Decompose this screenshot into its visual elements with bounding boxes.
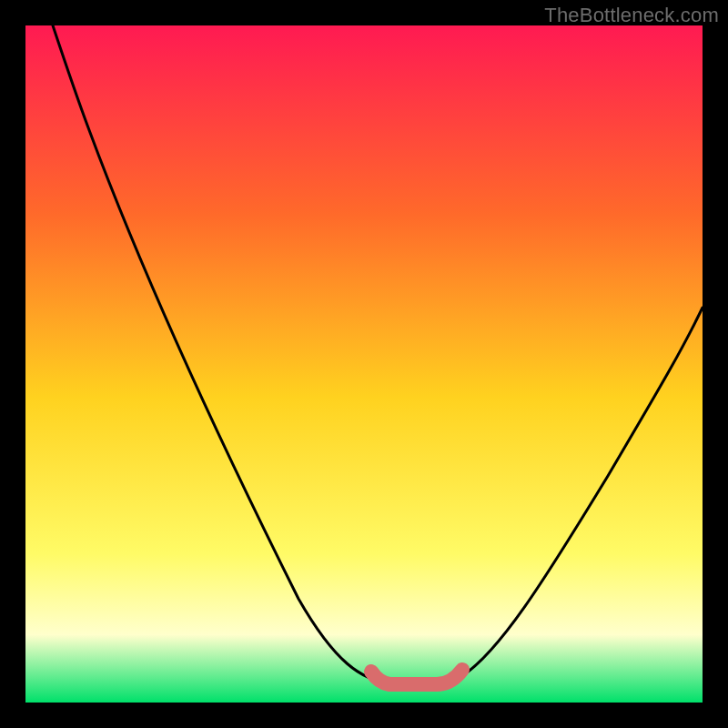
gradient-background [25, 25, 703, 703]
chart-svg [25, 25, 703, 703]
chart-frame: TheBottleneck.com [0, 0, 728, 728]
watermark-text: TheBottleneck.com [544, 4, 719, 27]
plot-area [25, 25, 703, 703]
